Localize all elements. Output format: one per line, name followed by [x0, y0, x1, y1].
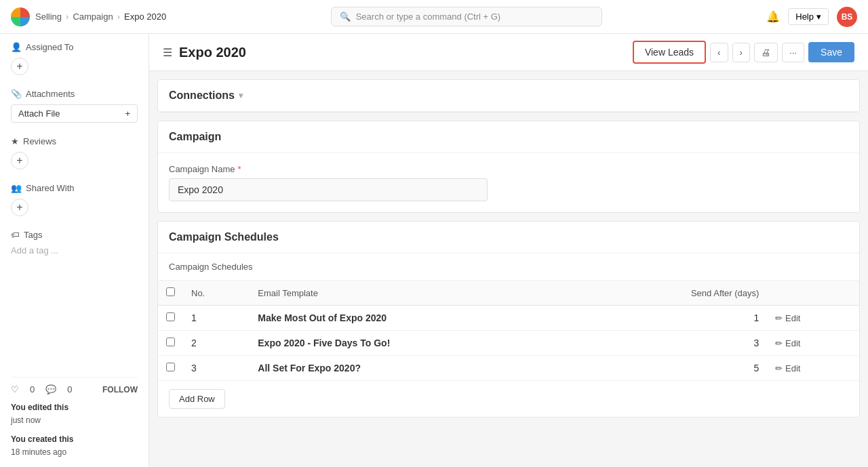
notifications-button[interactable]: 🔔	[766, 10, 780, 23]
edit-button[interactable]: ✏ Edit	[775, 338, 800, 348]
activity-item-1: You edited this just now	[11, 401, 138, 427]
save-button[interactable]: Save	[808, 42, 854, 62]
search-icon: 🔍	[340, 12, 351, 22]
row-checkbox[interactable]	[166, 312, 175, 321]
reviews-title: ★ Reviews	[11, 136, 138, 146]
page-header-left: ☰ Expo 2020	[163, 45, 246, 60]
table-header-row: No. Email Template Send After (days)	[158, 281, 859, 306]
shared-with-section: 👥 Shared With +	[11, 183, 138, 216]
main-layout: 👤 Assigned To + 📎 Attachments Attach Fil…	[0, 34, 868, 467]
campaign-name-label: Campaign Name *	[169, 164, 848, 174]
row-template: All Set For Expo 2020?	[250, 356, 580, 381]
connections-chevron-icon[interactable]: ▾	[239, 91, 243, 100]
campaign-form: Campaign Name *	[158, 153, 859, 212]
th-actions	[767, 281, 859, 306]
add-row-button[interactable]: Add Row	[169, 389, 225, 409]
like-row: ♡ 0 💬 0 FOLLOW	[11, 384, 138, 394]
row-edit-cell: ✏ Edit	[767, 356, 859, 381]
th-send-after: Send After (days)	[580, 281, 768, 306]
table-row: 2 Expo 2020 - Five Days To Go! 3 ✏ Edit	[158, 331, 859, 356]
activity2-action: You created this	[11, 434, 73, 444]
print-button[interactable]: 🖨	[754, 43, 778, 62]
row-checkbox-cell	[158, 306, 183, 331]
edit-button[interactable]: ✏ Edit	[775, 313, 800, 323]
attachments-icon: 📎	[11, 89, 22, 99]
tags-section: 🏷 Tags Add a tag ...	[11, 230, 138, 256]
comment-count: 0	[67, 384, 72, 394]
tags-title: 🏷 Tags	[11, 230, 138, 240]
reviews-icon: ★	[11, 136, 19, 146]
activity1-action: You edited this	[11, 403, 68, 412]
attach-file-button[interactable]: Attach File +	[11, 104, 138, 123]
add-review-button[interactable]: +	[11, 152, 28, 169]
like-count: 0	[30, 384, 35, 394]
help-label: Help	[795, 12, 814, 22]
prev-button[interactable]: ‹	[710, 43, 728, 62]
schedules-table-label: Campaign Schedules	[158, 253, 859, 281]
connections-card: Connections ▾	[157, 79, 860, 113]
nav-right: 🔔 Help ▾ BS	[766, 7, 857, 27]
edit-button[interactable]: ✏ Edit	[775, 363, 800, 373]
activity-item-2: You created this 18 minutes ago	[11, 433, 138, 459]
breadcrumb-current: Expo 2020	[124, 12, 166, 22]
connections-title: Connections	[169, 89, 235, 102]
campaign-header: Campaign	[158, 121, 859, 153]
row-checkbox[interactable]	[166, 363, 175, 371]
row-checkbox[interactable]	[166, 338, 175, 346]
attach-plus-icon: +	[125, 108, 130, 119]
add-tag-input[interactable]: Add a tag ...	[11, 245, 138, 256]
activity1-time: just now	[11, 415, 41, 425]
breadcrumb-selling[interactable]: Selling	[35, 12, 62, 22]
hamburger-button[interactable]: ☰	[163, 46, 172, 59]
schedules-title: Campaign Schedules	[169, 231, 279, 243]
th-email-template: Email Template	[250, 281, 580, 306]
campaign-card: Campaign Campaign Name *	[157, 121, 860, 213]
row-send-after: 3	[580, 331, 768, 356]
row-checkbox-cell	[158, 356, 183, 381]
top-nav: Selling › Campaign › Expo 2020 🔍 Search …	[0, 0, 868, 34]
help-button[interactable]: Help ▾	[788, 8, 829, 25]
sep1: ›	[66, 12, 68, 22]
tags-icon: 🏷	[11, 230, 20, 240]
row-edit-cell: ✏ Edit	[767, 306, 859, 331]
nav-left: Selling › Campaign › Expo 2020	[11, 7, 166, 26]
follow-button[interactable]: FOLLOW	[102, 385, 138, 394]
search-bar[interactable]: 🔍 Search or type a command (Ctrl + G)	[331, 7, 602, 26]
more-options-button[interactable]: ···	[782, 43, 804, 62]
sep2: ›	[117, 12, 120, 22]
connections-header: Connections ▾	[158, 80, 859, 112]
reviews-section: ★ Reviews +	[11, 136, 138, 169]
select-all-checkbox[interactable]	[166, 287, 175, 296]
row-template: Make Most Out of Expo 2020	[250, 306, 580, 331]
add-assigned-button[interactable]: +	[11, 58, 28, 75]
search-placeholder: Search or type a command (Ctrl + G)	[356, 12, 501, 22]
attachments-section: 📎 Attachments Attach File +	[11, 89, 138, 123]
page-header-right: View Leads ‹ › 🖨 ··· Save	[633, 41, 854, 64]
like-icon[interactable]: ♡	[11, 384, 19, 394]
row-edit-cell: ✏ Edit	[767, 331, 859, 356]
campaign-name-input[interactable]	[169, 178, 488, 201]
main-content: ☰ Expo 2020 View Leads ‹ › 🖨 ··· Save Co…	[149, 34, 868, 467]
view-leads-button[interactable]: View Leads	[633, 41, 706, 64]
campaign-title: Campaign	[169, 131, 221, 143]
sidebar-bottom: ♡ 0 💬 0 FOLLOW You edited this just now …	[11, 377, 138, 459]
breadcrumb-campaign[interactable]: Campaign	[73, 12, 113, 22]
attachments-title: 📎 Attachments	[11, 89, 138, 99]
table-row: 3 All Set For Expo 2020? 5 ✏ Edit	[158, 356, 859, 381]
shared-with-title: 👥 Shared With	[11, 183, 138, 193]
help-chevron-icon: ▾	[816, 12, 821, 22]
add-shared-button[interactable]: +	[11, 199, 28, 216]
next-button[interactable]: ›	[732, 43, 750, 62]
comment-icon[interactable]: 💬	[45, 384, 56, 394]
row-send-after: 1	[580, 306, 768, 331]
row-no: 1	[183, 306, 250, 331]
search-area: 🔍 Search or type a command (Ctrl + G)	[331, 7, 602, 26]
th-no: No.	[183, 281, 250, 306]
row-template: Expo 2020 - Five Days To Go!	[250, 331, 580, 356]
row-no: 2	[183, 331, 250, 356]
assigned-to-icon: 👤	[11, 42, 22, 52]
breadcrumb: Selling › Campaign › Expo 2020	[35, 12, 166, 22]
app-logo	[11, 7, 30, 26]
page-title: Expo 2020	[179, 45, 246, 60]
activity-log: You edited this just now You created thi…	[11, 401, 138, 459]
